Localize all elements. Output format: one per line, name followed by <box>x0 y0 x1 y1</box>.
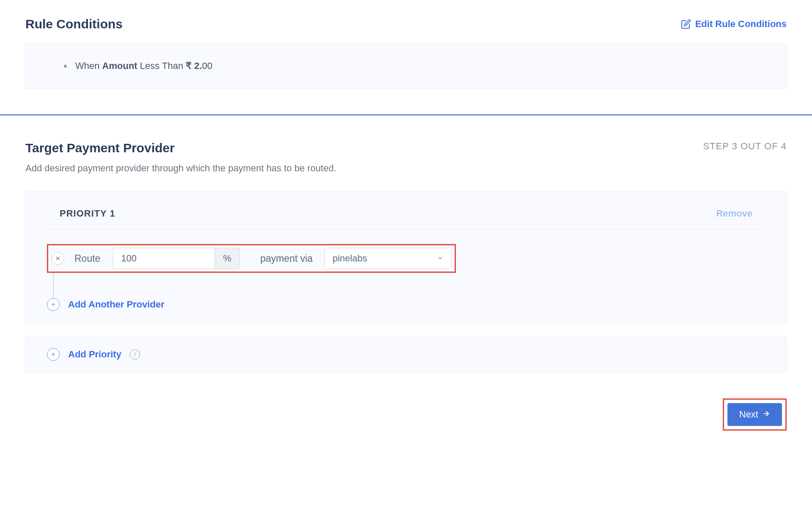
rule-condition-text: When Amount Less Than ₹ 2.00 <box>75 60 212 71</box>
remove-route-button[interactable]: ✕ <box>52 252 64 265</box>
add-priority-card: + Add Priority i <box>25 336 787 373</box>
provider-selected-value: pinelabs <box>332 253 367 264</box>
chevron-down-icon <box>437 255 443 262</box>
target-provider-title: Target Payment Provider <box>25 141 175 155</box>
payment-via-label: payment via <box>260 253 313 264</box>
arrow-right-icon <box>763 409 770 420</box>
connector-line <box>53 273 54 298</box>
remove-priority-link[interactable]: Remove <box>716 208 752 219</box>
info-icon[interactable]: i <box>130 349 140 360</box>
rule-conditions-card: When Amount Less Than ₹ 2.00 <box>25 43 787 89</box>
step-indicator: STEP 3 OUT OF 4 <box>703 141 787 152</box>
bullet-icon <box>64 65 67 68</box>
add-another-provider-link[interactable]: Add Another Provider <box>68 299 165 310</box>
target-provider-subtitle: Add desired payment provider through whi… <box>25 163 787 174</box>
close-icon: ✕ <box>55 255 60 262</box>
section-divider <box>0 114 812 115</box>
priority-title: PRIORITY 1 <box>60 208 115 219</box>
priority-card: PRIORITY 1 Remove ✕ Route % payment via … <box>25 191 787 324</box>
edit-rule-conditions-label: Edit Rule Conditions <box>695 19 787 30</box>
next-button-label: Next <box>739 409 758 420</box>
percent-symbol: % <box>214 248 240 269</box>
add-priority-button[interactable]: + <box>47 348 60 361</box>
edit-rule-conditions-link[interactable]: Edit Rule Conditions <box>681 19 787 30</box>
route-label: Route <box>74 253 100 264</box>
rule-conditions-title: Rule Conditions <box>25 17 123 31</box>
route-percent-input[interactable] <box>113 248 214 269</box>
edit-icon <box>681 19 691 29</box>
add-priority-link[interactable]: Add Priority <box>68 349 121 360</box>
next-button[interactable]: Next <box>727 403 782 426</box>
plus-icon: + <box>51 351 55 358</box>
add-provider-button[interactable]: + <box>47 298 60 311</box>
next-button-highlight: Next <box>723 398 787 431</box>
route-row-highlight: ✕ Route % payment via pinelabs <box>47 244 456 273</box>
provider-select[interactable]: pinelabs <box>324 248 451 269</box>
plus-icon: + <box>51 301 55 308</box>
